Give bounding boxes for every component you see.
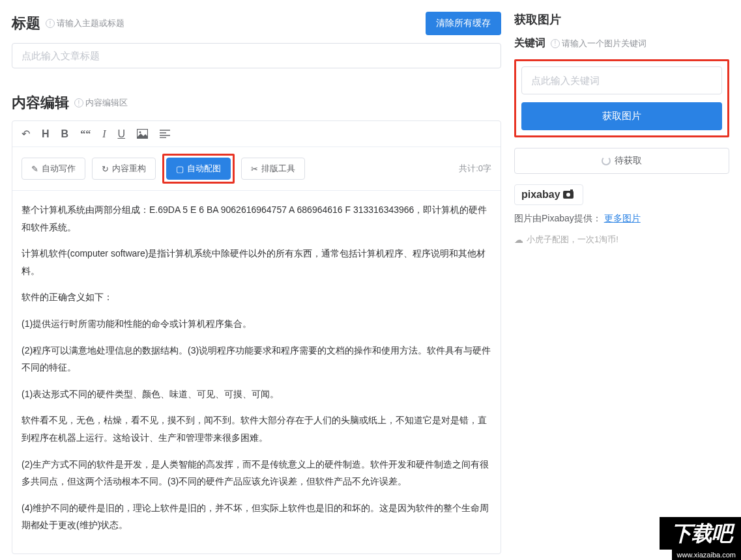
- paragraph: 整个计算机系统由两部分组成：E.69DA 5 E 6 BA 9062616964…: [22, 201, 491, 236]
- word-count: 共计:0字: [459, 163, 491, 175]
- format-toolbar: ↶ H B ““ I U: [12, 121, 501, 147]
- svg-point-1: [139, 132, 141, 133]
- align-left-icon[interactable]: [160, 130, 170, 138]
- paragraph: (4)维护不同的硬件是旧的，理论上软件是旧的，并不坏，但实际上软件也是旧的和坏的…: [22, 499, 491, 534]
- get-image-header: 获取图片: [514, 12, 729, 27]
- title-label: 标题: [12, 14, 40, 33]
- action-toolbar: ✎ 自动写作 ↻ 内容重构 ▢ 自动配图 ✂ 排版工具 共计:0字: [12, 147, 501, 191]
- watermark-logo: 下载吧: [658, 516, 741, 550]
- tools-icon: ✂: [251, 164, 258, 174]
- paragraph: 软件看不见，无色，枯燥，看不见，摸不到，闻不到。软件大部分存在于人们的头脑或纸上…: [22, 412, 491, 446]
- underline-icon[interactable]: U: [117, 128, 125, 140]
- clear-cache-button[interactable]: 清除所有缓存: [426, 12, 501, 35]
- get-image-title: 获取图片: [514, 12, 561, 27]
- info-icon: !: [74, 98, 83, 107]
- info-icon: !: [46, 19, 55, 28]
- paragraph: (1)提供运行时所需功能和性能的命令或计算机程序集合。: [22, 315, 491, 333]
- svg-point-7: [566, 193, 570, 197]
- keyword-header: 关键词 ! 请输入一个图片关键词: [514, 36, 729, 50]
- italic-icon[interactable]: I: [102, 128, 106, 140]
- promo-line: ☁ 小虎子配图，一次1淘币!: [514, 234, 729, 245]
- camera-icon: [563, 189, 576, 201]
- keyword-input[interactable]: [521, 66, 722, 94]
- editor-content[interactable]: 整个计算机系统由两部分组成：E.69DA 5 E 6 BA 9062616964…: [12, 191, 501, 553]
- quote-icon[interactable]: ““: [80, 128, 91, 140]
- paragraph: 软件的正确含义如下：: [22, 288, 491, 306]
- content-label: 内容编辑: [12, 93, 69, 113]
- watermark: 下载吧 www.xiazaiba.com: [658, 516, 741, 560]
- refresh-icon: ↻: [102, 164, 109, 174]
- highlight-keyword-box: 获取图片: [514, 59, 729, 137]
- paragraph: 计算机软件(computer software)是指计算机系统中除硬件以外的所有…: [22, 245, 491, 279]
- layout-tool-button[interactable]: ✂ 排版工具: [241, 158, 305, 180]
- highlight-auto-image: ▢ 自动配图: [162, 154, 235, 184]
- picture-icon: ▢: [176, 164, 184, 174]
- pending-button[interactable]: 待获取: [514, 148, 729, 174]
- auto-image-button[interactable]: ▢ 自动配图: [166, 158, 231, 180]
- heading-icon[interactable]: H: [42, 128, 50, 140]
- right-panel: 获取图片 关键词 ! 请输入一个图片关键词 获取图片 待获取 pixabay 图…: [514, 12, 729, 548]
- svg-rect-8: [570, 189, 573, 191]
- paragraph: (2)生产方式不同的软件是开发，是人类智能的高发挥，而不是传统意义上的硬件制造。…: [22, 456, 491, 490]
- auto-write-button[interactable]: ✎ 自动写作: [22, 158, 85, 180]
- paragraph: (2)程序可以满意地处理信息的数据结构。(3)说明程序功能要求和程序需要的文档的…: [22, 342, 491, 376]
- undo-icon[interactable]: ↶: [22, 128, 30, 140]
- left-panel: 标题 ! 请输入主题或标题 清除所有缓存 内容编辑 ! 内容编辑区 ↶ H B …: [12, 12, 501, 548]
- keyword-label: 关键词: [514, 36, 545, 50]
- content-rebuild-button[interactable]: ↻ 内容重构: [92, 158, 156, 180]
- content-hint: ! 内容编辑区: [74, 97, 128, 109]
- pixabay-badge: pixabay: [514, 184, 583, 205]
- credit-line: 图片由Pixabay提供： 更多图片: [514, 213, 729, 225]
- get-image-button[interactable]: 获取图片: [521, 102, 722, 130]
- cloud-icon: ☁: [514, 234, 523, 245]
- watermark-url: www.xiazaiba.com: [672, 550, 741, 560]
- content-section-header: 内容编辑 ! 内容编辑区: [12, 93, 501, 113]
- info-icon: !: [551, 39, 560, 48]
- paragraph: (1)表达形式不同的硬件类型、颜色、味道、可见、可摸、可闻。: [22, 385, 491, 403]
- title-hint: ! 请输入主题或标题: [46, 18, 124, 29]
- pencil-icon: ✎: [31, 164, 38, 174]
- title-section-header: 标题 ! 请输入主题或标题 清除所有缓存: [12, 12, 501, 35]
- image-icon[interactable]: [137, 129, 148, 139]
- editor-box: ↶ H B ““ I U ✎ 自动写作 ↻: [12, 120, 501, 554]
- article-title-input[interactable]: [12, 43, 501, 68]
- bold-icon[interactable]: B: [61, 128, 69, 140]
- keyword-hint: ! 请输入一个图片关键词: [551, 38, 647, 49]
- spinner-icon: [602, 156, 611, 165]
- more-images-link[interactable]: 更多图片: [604, 213, 641, 223]
